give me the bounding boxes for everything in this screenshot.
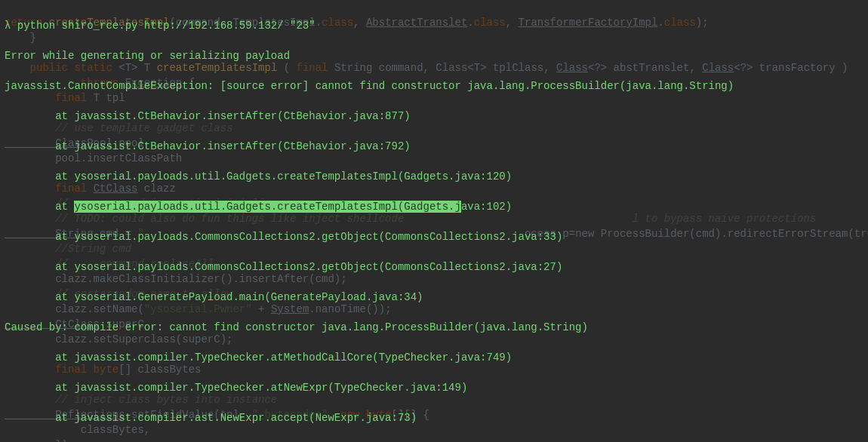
terminal-line: Error while generating or serializing pa… — [5, 48, 863, 63]
terminal-line: javassist.CannotCompileException: [sourc… — [5, 78, 863, 94]
terminal-line: at ysoserial.GeneratePayload.main(Genera… — [5, 290, 863, 305]
terminal-line: at javassist.compiler.TypeChecker.atMeth… — [5, 350, 863, 365]
terminal-line: at javassist.CtBehavior.insertAfter(CtBe… — [5, 139, 863, 154]
terminal-line: at ysoserial.payloads.CommonsCollections… — [5, 229, 863, 244]
terminal-line: at ysoserial.payloads.util.Gadgets.creat… — [5, 199, 863, 214]
terminal-line: at ysoserial.payloads.CommonsCollections… — [5, 259, 863, 275]
terminal-line: at javassist.CtBehavior.insertAfter(CtBe… — [5, 109, 863, 124]
terminal-line: at javassist.compiler.ast.NewExpr.accept… — [5, 410, 863, 425]
terminal-line: at ysoserial.payloads.util.Gadgets.creat… — [5, 169, 863, 184]
terminal-output: λ python shiro_rce.py http://192.168.59.… — [0, 0, 868, 442]
terminal-line: Caused by: compile error: cannot find co… — [5, 320, 863, 335]
terminal-line: λ python shiro_rce.py http://192.168.59.… — [5, 18, 863, 33]
terminal-line: at javassist.compiler.TypeChecker.atNewE… — [5, 380, 863, 395]
highlighted-text: ysoserial.payloads.util.Gadgets.createTe… — [74, 201, 460, 213]
